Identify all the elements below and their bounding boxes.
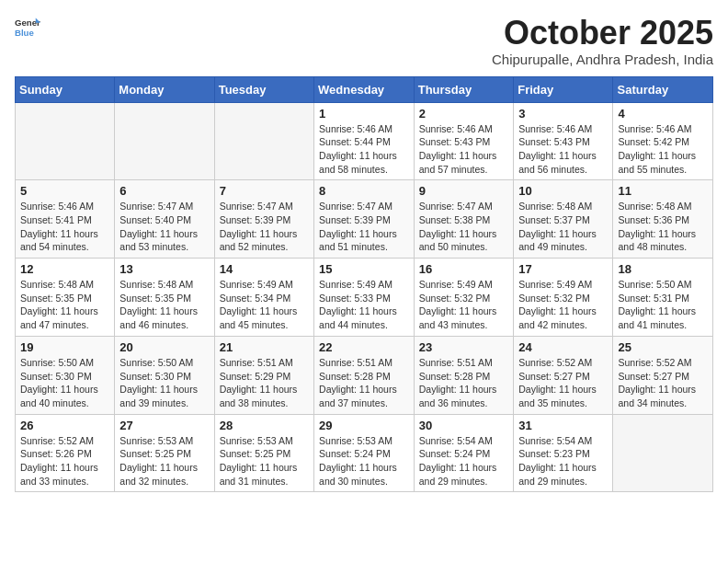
- day-info: Sunrise: 5:46 AM Sunset: 5:41 PM Dayligh…: [20, 200, 109, 254]
- day-info: Sunrise: 5:51 AM Sunset: 5:28 PM Dayligh…: [319, 356, 409, 410]
- day-info: Sunrise: 5:52 AM Sunset: 5:26 PM Dayligh…: [20, 434, 109, 488]
- day-number: 5: [20, 184, 109, 198]
- day-number: 17: [518, 262, 608, 276]
- calendar-cell: 3Sunrise: 5:46 AM Sunset: 5:43 PM Daylig…: [514, 102, 613, 180]
- logo-icon: General Blue: [15, 15, 40, 40]
- day-info: Sunrise: 5:54 AM Sunset: 5:23 PM Dayligh…: [518, 434, 608, 488]
- calendar-cell: 8Sunrise: 5:47 AM Sunset: 5:39 PM Daylig…: [314, 180, 415, 259]
- day-number: 23: [419, 340, 508, 354]
- day-number: 9: [419, 184, 508, 198]
- day-number: 18: [618, 262, 708, 276]
- month-title: October 2025: [492, 15, 713, 52]
- day-info: Sunrise: 5:54 AM Sunset: 5:24 PM Dayligh…: [419, 434, 508, 488]
- day-number: 14: [220, 262, 309, 276]
- weekday-header-thursday: Thursday: [414, 76, 513, 102]
- day-info: Sunrise: 5:47 AM Sunset: 5:38 PM Dayligh…: [419, 200, 508, 254]
- day-number: 30: [419, 419, 508, 432]
- calendar-cell: 22Sunrise: 5:51 AM Sunset: 5:28 PM Dayli…: [314, 336, 415, 414]
- calendar-cell: 6Sunrise: 5:47 AM Sunset: 5:40 PM Daylig…: [115, 180, 214, 259]
- day-number: 25: [618, 340, 708, 354]
- weekday-header-wednesday: Wednesday: [314, 76, 415, 102]
- svg-text:Blue: Blue: [15, 28, 34, 38]
- day-info: Sunrise: 5:46 AM Sunset: 5:43 PM Dayligh…: [419, 122, 508, 177]
- day-number: 10: [518, 184, 608, 198]
- calendar-cell: 1Sunrise: 5:46 AM Sunset: 5:44 PM Daylig…: [314, 102, 415, 180]
- day-info: Sunrise: 5:51 AM Sunset: 5:28 PM Dayligh…: [419, 356, 508, 410]
- day-number: 12: [20, 262, 109, 276]
- day-number: 15: [319, 262, 409, 276]
- day-number: 2: [419, 107, 508, 121]
- page-header: General Blue October 2025 Chipurupalle, …: [15, 15, 713, 67]
- day-number: 3: [518, 107, 608, 121]
- calendar-week-5: 26Sunrise: 5:52 AM Sunset: 5:26 PM Dayli…: [16, 414, 713, 492]
- calendar-cell: 24Sunrise: 5:52 AM Sunset: 5:27 PM Dayli…: [514, 336, 613, 414]
- day-number: 22: [319, 340, 409, 354]
- day-info: Sunrise: 5:49 AM Sunset: 5:32 PM Dayligh…: [419, 278, 508, 332]
- calendar-week-1: 1Sunrise: 5:46 AM Sunset: 5:44 PM Daylig…: [16, 102, 713, 180]
- weekday-header-sunday: Sunday: [16, 76, 115, 102]
- calendar-cell: 16Sunrise: 5:49 AM Sunset: 5:32 PM Dayli…: [414, 259, 513, 337]
- calendar-cell: 5Sunrise: 5:46 AM Sunset: 5:41 PM Daylig…: [16, 180, 115, 259]
- day-info: Sunrise: 5:46 AM Sunset: 5:43 PM Dayligh…: [518, 122, 608, 177]
- calendar-cell: [214, 102, 313, 180]
- day-number: 1: [319, 107, 409, 121]
- day-info: Sunrise: 5:53 AM Sunset: 5:24 PM Dayligh…: [319, 434, 409, 488]
- calendar-cell: [613, 414, 713, 492]
- day-number: 7: [220, 184, 309, 198]
- calendar-table: SundayMondayTuesdayWednesdayThursdayFrid…: [15, 76, 713, 493]
- calendar-cell: 20Sunrise: 5:50 AM Sunset: 5:30 PM Dayli…: [115, 336, 214, 414]
- calendar-cell: 9Sunrise: 5:47 AM Sunset: 5:38 PM Daylig…: [414, 180, 513, 259]
- day-info: Sunrise: 5:46 AM Sunset: 5:44 PM Dayligh…: [319, 122, 409, 177]
- calendar-cell: 4Sunrise: 5:46 AM Sunset: 5:42 PM Daylig…: [613, 102, 713, 180]
- title-block: October 2025 Chipurupalle, Andhra Prades…: [492, 15, 713, 67]
- day-info: Sunrise: 5:48 AM Sunset: 5:35 PM Dayligh…: [119, 278, 209, 332]
- calendar-cell: 11Sunrise: 5:48 AM Sunset: 5:36 PM Dayli…: [613, 180, 713, 259]
- day-info: Sunrise: 5:48 AM Sunset: 5:37 PM Dayligh…: [518, 200, 608, 254]
- calendar-week-2: 5Sunrise: 5:46 AM Sunset: 5:41 PM Daylig…: [16, 180, 713, 259]
- calendar-cell: 28Sunrise: 5:53 AM Sunset: 5:25 PM Dayli…: [214, 414, 313, 492]
- calendar-cell: [16, 102, 115, 180]
- day-number: 29: [319, 419, 409, 432]
- location-subtitle: Chipurupalle, Andhra Pradesh, India: [492, 52, 713, 67]
- day-info: Sunrise: 5:50 AM Sunset: 5:31 PM Dayligh…: [618, 278, 708, 332]
- calendar-cell: 14Sunrise: 5:49 AM Sunset: 5:34 PM Dayli…: [214, 259, 313, 337]
- day-info: Sunrise: 5:47 AM Sunset: 5:40 PM Dayligh…: [119, 200, 209, 254]
- calendar-cell: 23Sunrise: 5:51 AM Sunset: 5:28 PM Dayli…: [414, 336, 513, 414]
- day-number: 4: [618, 107, 708, 121]
- day-number: 28: [220, 419, 309, 432]
- day-number: 19: [20, 340, 109, 354]
- day-info: Sunrise: 5:49 AM Sunset: 5:32 PM Dayligh…: [518, 278, 608, 332]
- logo: General Blue: [15, 15, 40, 40]
- day-info: Sunrise: 5:52 AM Sunset: 5:27 PM Dayligh…: [618, 356, 708, 410]
- calendar-cell: 17Sunrise: 5:49 AM Sunset: 5:32 PM Dayli…: [514, 259, 613, 337]
- day-info: Sunrise: 5:47 AM Sunset: 5:39 PM Dayligh…: [220, 200, 309, 254]
- calendar-cell: 7Sunrise: 5:47 AM Sunset: 5:39 PM Daylig…: [214, 180, 313, 259]
- weekday-header-tuesday: Tuesday: [214, 76, 313, 102]
- day-number: 11: [618, 184, 708, 198]
- day-number: 6: [119, 184, 209, 198]
- calendar-cell: 19Sunrise: 5:50 AM Sunset: 5:30 PM Dayli…: [16, 336, 115, 414]
- calendar-cell: 2Sunrise: 5:46 AM Sunset: 5:43 PM Daylig…: [414, 102, 513, 180]
- day-info: Sunrise: 5:50 AM Sunset: 5:30 PM Dayligh…: [119, 356, 209, 410]
- day-number: 31: [518, 419, 608, 432]
- day-info: Sunrise: 5:51 AM Sunset: 5:29 PM Dayligh…: [220, 356, 309, 410]
- day-info: Sunrise: 5:52 AM Sunset: 5:27 PM Dayligh…: [518, 356, 608, 410]
- weekday-header-saturday: Saturday: [613, 76, 713, 102]
- calendar-cell: 10Sunrise: 5:48 AM Sunset: 5:37 PM Dayli…: [514, 180, 613, 259]
- day-info: Sunrise: 5:49 AM Sunset: 5:34 PM Dayligh…: [220, 278, 309, 332]
- calendar-cell: 31Sunrise: 5:54 AM Sunset: 5:23 PM Dayli…: [514, 414, 613, 492]
- day-info: Sunrise: 5:48 AM Sunset: 5:35 PM Dayligh…: [20, 278, 109, 332]
- calendar-cell: 29Sunrise: 5:53 AM Sunset: 5:24 PM Dayli…: [314, 414, 415, 492]
- calendar-cell: 18Sunrise: 5:50 AM Sunset: 5:31 PM Dayli…: [613, 259, 713, 337]
- calendar-cell: 13Sunrise: 5:48 AM Sunset: 5:35 PM Dayli…: [115, 259, 214, 337]
- calendar-cell: 25Sunrise: 5:52 AM Sunset: 5:27 PM Dayli…: [613, 336, 713, 414]
- day-info: Sunrise: 5:47 AM Sunset: 5:39 PM Dayligh…: [319, 200, 409, 254]
- day-number: 26: [20, 419, 109, 432]
- calendar-cell: 21Sunrise: 5:51 AM Sunset: 5:29 PM Dayli…: [214, 336, 313, 414]
- day-number: 27: [119, 419, 209, 432]
- day-number: 21: [220, 340, 309, 354]
- calendar-cell: 12Sunrise: 5:48 AM Sunset: 5:35 PM Dayli…: [16, 259, 115, 337]
- day-info: Sunrise: 5:46 AM Sunset: 5:42 PM Dayligh…: [618, 122, 708, 177]
- weekday-header-row: SundayMondayTuesdayWednesdayThursdayFrid…: [16, 76, 713, 102]
- calendar-cell: [115, 102, 214, 180]
